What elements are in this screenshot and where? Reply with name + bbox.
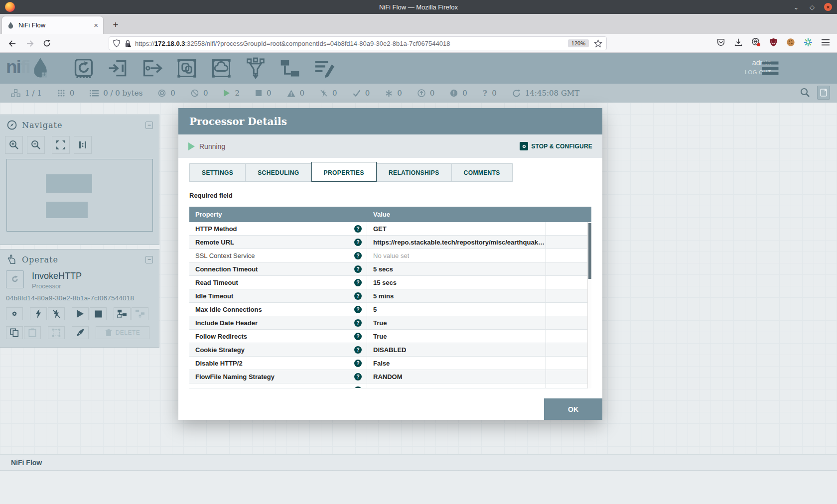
property-row-remote-url[interactable]: Remote URL? https://repo.stackable.tech/… (189, 236, 591, 249)
template-component-icon[interactable] (279, 57, 301, 79)
start-button[interactable] (72, 307, 89, 320)
delete-button[interactable]: DELETE (96, 326, 149, 339)
tab-relationships[interactable]: RELATIONSHIPS (376, 163, 452, 182)
group-button[interactable] (48, 326, 65, 339)
help-icon[interactable]: ? (354, 279, 362, 286)
property-row-include-date-header[interactable]: Include Date Header? True (189, 316, 591, 330)
queued-list-icon (90, 90, 99, 97)
upload-template-button[interactable] (132, 307, 148, 320)
help-icon[interactable]: ? (354, 306, 362, 313)
zoom-level-badge[interactable]: 120% (568, 39, 589, 47)
help-icon[interactable]: ? (354, 292, 362, 300)
disable-button[interactable] (48, 307, 65, 320)
new-tab-button[interactable]: + (109, 18, 123, 32)
property-row-connection-timeout[interactable]: Connection Timeout? 5 secs (189, 262, 591, 276)
cookie-icon[interactable] (786, 38, 795, 47)
output-port-component-icon[interactable] (141, 57, 163, 79)
stop-button[interactable] (90, 307, 107, 320)
collapse-navigate-button[interactable]: − (145, 122, 153, 129)
help-icon[interactable]: ? (354, 386, 362, 389)
process-group-component-icon[interactable] (176, 57, 198, 79)
help-icon[interactable]: ? (354, 265, 362, 273)
url-text[interactable]: https://172.18.0.3:32558/nifi/?processGr… (135, 40, 568, 47)
stale-up-arrow-icon (418, 89, 425, 97)
forward-button[interactable] (24, 37, 36, 49)
property-row-read-timeout[interactable]: Read Timeout? 15 secs (189, 276, 591, 289)
property-row-ssl-context-service[interactable]: SSL Context Service? No value set (189, 249, 591, 262)
extension-starburst-icon[interactable] (804, 38, 813, 47)
property-row-cookie-strategy[interactable]: Cookie Strategy? DISABLED (189, 343, 591, 357)
scrollbar-thumb[interactable] (588, 223, 591, 279)
birdseye-minimap[interactable] (6, 159, 153, 232)
global-menu-icon[interactable] (761, 61, 779, 76)
back-button[interactable] (6, 37, 18, 49)
maximize-icon[interactable]: ◇ (808, 3, 816, 11)
shield-permissions-icon[interactable] (113, 39, 120, 47)
menu-hamburger-icon[interactable] (821, 38, 830, 46)
bookmark-star-icon[interactable] (594, 39, 602, 48)
fill-color-button[interactable] (72, 326, 89, 339)
tab-properties[interactable]: PROPERTIES (311, 162, 377, 182)
input-port-component-icon[interactable] (107, 57, 129, 79)
zoom-out-button[interactable] (27, 136, 45, 154)
browser-tab-nifi-flow[interactable]: NiFi Flow × (2, 16, 103, 34)
help-icon[interactable]: ? (354, 225, 362, 233)
minimize-icon[interactable]: ⌄ (792, 3, 800, 11)
property-row-attributes-to-send[interactable]: Attributes to Send? No value set (189, 383, 591, 388)
funnel-component-icon[interactable] (245, 57, 267, 79)
help-icon[interactable]: ? (354, 346, 362, 354)
browser-action-icons (716, 37, 830, 47)
copy-button[interactable] (6, 326, 23, 339)
tab-comments[interactable]: COMMENTS (451, 163, 513, 182)
dialog-tabs: SETTINGS SCHEDULING PROPERTIES RELATIONS… (189, 163, 512, 182)
help-icon[interactable]: ? (354, 239, 362, 246)
property-row-flowfile-naming-strategy[interactable]: FlowFile Naming Strategy? RANDOM (189, 370, 591, 383)
invalid-warning-icon (287, 90, 295, 97)
nifi-logo-text-fi: fi (20, 57, 30, 78)
up-to-date-count: 0 (365, 89, 370, 98)
zoom-actual-size-button[interactable] (74, 136, 92, 154)
search-icon[interactable] (800, 88, 810, 98)
nifi-favicon-drop-icon (7, 21, 14, 29)
breadcrumb[interactable]: NiFi Flow (11, 459, 42, 467)
property-row-idle-timeout[interactable]: Idle Timeout? 5 mins (189, 289, 591, 303)
tab-scheduling[interactable]: SCHEDULING (245, 163, 311, 182)
property-row-http-method[interactable]: HTTP Method? GET (189, 222, 591, 236)
table-scrollbar[interactable] (587, 222, 591, 388)
bulletin-panel-icon[interactable] (817, 86, 830, 100)
enable-button[interactable] (30, 307, 47, 320)
help-icon[interactable]: ? (354, 333, 362, 340)
property-value: False (373, 360, 390, 367)
refresh-icon[interactable] (512, 89, 521, 98)
url-bar[interactable]: https://172.18.0.3:32558/nifi/?processGr… (109, 36, 607, 50)
help-icon[interactable]: ? (354, 252, 362, 259)
extension-permission-icon[interactable] (751, 37, 761, 47)
property-row-follow-redirects[interactable]: Follow Redirects? True (189, 330, 591, 343)
canvas-bottom-strip (0, 471, 837, 504)
close-tab-icon[interactable]: × (94, 21, 98, 29)
lock-insecure-icon[interactable] (125, 40, 131, 47)
stop-and-configure-button[interactable]: STOP & CONFIGURE (520, 142, 592, 150)
zoom-fit-button[interactable] (52, 136, 70, 154)
label-component-icon[interactable] (313, 57, 335, 79)
reload-button[interactable] (41, 37, 53, 49)
downloads-icon[interactable] (734, 38, 743, 47)
configure-button[interactable] (6, 307, 23, 320)
ok-button[interactable]: OK (544, 398, 602, 420)
processor-component-icon[interactable] (73, 57, 95, 79)
ublock-origin-icon[interactable] (769, 38, 778, 47)
paste-button[interactable] (24, 326, 41, 339)
url-scheme: https:// (135, 40, 154, 47)
create-template-button[interactable] (114, 307, 131, 320)
collapse-operate-button[interactable]: − (145, 256, 153, 263)
property-row-disable-http2[interactable]: Disable HTTP/2? False (189, 357, 591, 370)
help-icon[interactable]: ? (354, 373, 362, 380)
remote-process-group-component-icon[interactable] (210, 57, 232, 79)
tab-settings[interactable]: SETTINGS (189, 163, 246, 182)
pocket-icon[interactable] (716, 38, 725, 47)
zoom-in-button[interactable] (5, 136, 23, 154)
help-icon[interactable]: ? (354, 319, 362, 327)
close-window-icon[interactable]: × (824, 3, 832, 11)
help-icon[interactable]: ? (354, 360, 362, 367)
property-row-max-idle-connections[interactable]: Max Idle Connections? 5 (189, 303, 591, 316)
